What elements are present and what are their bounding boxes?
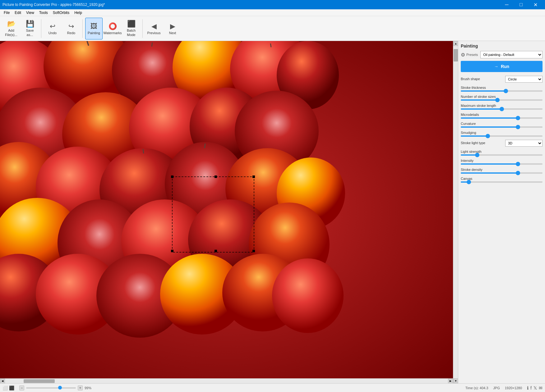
stroke-light-label: Stroke light type [461,141,485,145]
smudging-thumb[interactable] [486,134,490,138]
microdetails-label: Microdetails [461,113,543,116]
stroke-density-slider[interactable] [461,172,543,174]
microdetails-row: Microdetails [461,113,543,119]
stroke-sizes-slider[interactable] [461,99,543,101]
stroke-sizes-label: Number of stroke sizes [461,95,543,98]
watermarks-icon: ⭕ [109,22,117,30]
curvature-slider[interactable] [461,126,543,128]
brush-shape-label: Brush shape [461,77,480,81]
info-icon[interactable]: ℹ [527,385,529,390]
menu-tools[interactable]: Tools [37,10,50,16]
light-strength-slider[interactable] [461,154,543,156]
stroke-thickness-thumb[interactable] [504,89,508,93]
stroke-light-select-row: Stroke light type 3D 2D None [461,140,543,147]
stroke-sizes-thumb[interactable] [495,98,500,102]
stroke-thickness-fill [461,90,506,92]
stroke-sizes-fill [461,99,497,101]
vertical-scrollbar[interactable]: ▲ ▼ [453,41,458,383]
menu-help[interactable]: Help [72,10,85,16]
restore-button[interactable]: □ [514,0,528,9]
scroll-right-button[interactable]: ▶ [448,379,453,384]
stroke-density-row: Stroke density [461,168,543,174]
presets-select[interactable]: Oil painting - Default Watercolor Sketch [480,51,543,58]
minimize-button[interactable]: ─ [500,0,514,9]
scroll-left-button[interactable]: ◀ [0,379,5,384]
microdetails-slider[interactable] [461,117,543,119]
time-label: Time (s): 404.3 [465,386,488,390]
canvas-label: Canvas [461,177,543,180]
redo-button[interactable]: ↪ Redo [62,18,80,39]
stroke-thickness-slider[interactable] [461,90,543,92]
undo-button[interactable]: ↩ Undo [44,18,61,39]
run-button[interactable]: → Run [461,61,543,72]
canvas-slider[interactable] [461,181,543,183]
curvature-thumb[interactable] [516,125,520,129]
zoom-slider-thumb[interactable] [58,386,62,390]
intensity-thumb[interactable] [516,162,520,166]
painting-button[interactable]: 🖼 Painting [85,18,103,39]
canvas-thumb[interactable] [467,180,471,184]
titlebar-title: Picture to Painting Converter Pro - appl… [2,2,105,7]
stroke-sizes-row: Number of stroke sizes [461,95,543,101]
view-single-icon[interactable]: ⬜ [2,385,8,390]
twitter-icon[interactable]: 𝕏 [533,385,537,390]
horizontal-scrollbar[interactable]: ◀ ▶ [0,378,453,383]
save-as-label: Saveas... [26,29,34,37]
brush-shape-select[interactable]: Circle Square Custom [505,76,543,83]
close-button[interactable]: ✕ [528,0,543,9]
curvature-row: Curvature [461,122,543,128]
presets-settings-icon[interactable]: ⚙ [461,52,465,58]
stroke-density-label: Stroke density [461,168,543,171]
intensity-label: Intensity [461,159,543,162]
intensity-slider[interactable] [461,163,543,165]
h-scroll-track [5,379,448,383]
redo-label: Redo [67,31,75,35]
add-files-button[interactable]: 📂 AddFile(s)... [2,18,20,39]
next-button[interactable]: ▶ Next [164,18,181,39]
watermarks-button[interactable]: ⭕ Watermarks [104,18,121,39]
save-as-button[interactable]: 💾 Saveas... [21,18,39,39]
batch-mode-button[interactable]: ⬛ BatchMode [122,18,140,39]
stroke-light-row: Stroke light type 3D 2D None [461,140,543,147]
menu-file[interactable]: File [1,10,12,16]
titlebar-controls: ─ □ ✕ [500,0,543,9]
curvature-fill [461,126,518,128]
panel-title: Painting [461,43,543,48]
h-scroll-thumb[interactable] [24,379,55,383]
scroll-thumb[interactable] [454,49,458,62]
intensity-row: Intensity [461,159,543,165]
email-icon[interactable]: ✉ [539,385,543,390]
previous-button[interactable]: ◀ Previous [145,18,163,39]
scroll-up-button[interactable]: ▲ [453,41,458,46]
stroke-thickness-row: Stroke thickness [461,86,543,92]
light-strength-thumb[interactable] [475,153,479,157]
menu-softorbits[interactable]: SoftOrbits [50,10,72,16]
max-stroke-slider[interactable] [461,108,543,110]
menubar: File Edit View Tools SoftOrbits Help [0,9,545,16]
brush-shape-select-row: Brush shape Circle Square Custom [461,76,543,83]
scroll-down-button[interactable]: ▼ [453,378,458,383]
svg-line-33 [205,144,205,148]
next-label: Next [169,31,176,35]
view-split-icon[interactable]: ⬛ [9,385,14,390]
main-area: ▲ ▼ ◀ ▶ Painting ⚙ Presets Oil painting … [0,41,545,383]
smudging-row: Smudging [461,131,543,137]
stroke-density-thumb[interactable] [516,171,520,175]
svg-point-28 [272,258,344,333]
view-mode-icons: ⬜ ⬛ [2,385,14,390]
stroke-light-select[interactable]: 3D 2D None [505,140,543,147]
svg-line-30 [152,43,152,47]
menu-edit[interactable]: Edit [12,10,24,16]
zoom-out-button[interactable]: − [19,385,24,390]
zoom-in-button[interactable]: + [78,385,83,390]
facebook-icon[interactable]: f [530,385,532,390]
batch-mode-label: BatchMode [127,29,136,37]
save-as-icon: 💾 [26,20,34,28]
smudging-slider[interactable] [461,135,543,137]
zoom-slider[interactable] [26,387,76,389]
menu-view[interactable]: View [24,10,37,16]
max-stroke-thumb[interactable] [500,107,504,111]
add-files-label: AddFile(s)... [5,29,17,37]
separator-3 [142,19,143,38]
microdetails-thumb[interactable] [516,116,520,120]
